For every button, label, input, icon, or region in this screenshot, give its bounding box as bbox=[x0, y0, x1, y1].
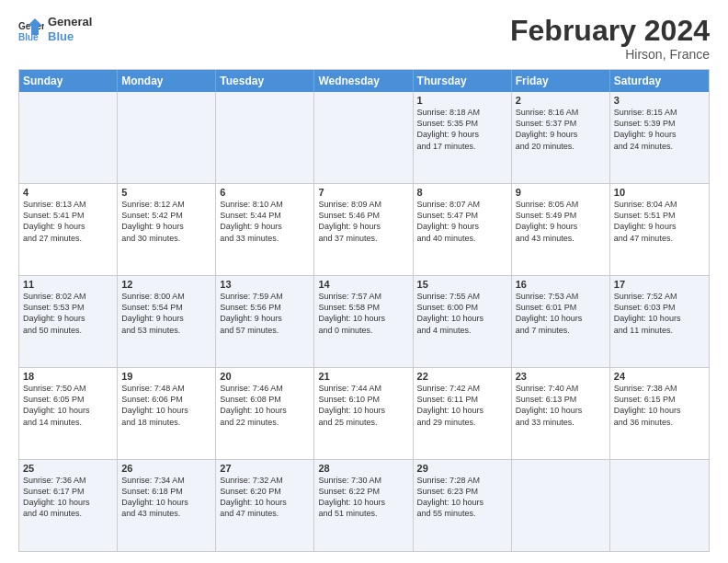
header-sunday: Sunday bbox=[19, 70, 118, 92]
cell-line: Sunrise: 8:05 AM bbox=[516, 199, 606, 210]
cell-line: and 24 minutes. bbox=[614, 141, 705, 152]
cell-line: Sunrise: 7:28 AM bbox=[417, 475, 507, 486]
calendar-cell: 21Sunrise: 7:44 AMSunset: 6:10 PMDayligh… bbox=[314, 368, 413, 459]
cell-line: and 17 minutes. bbox=[417, 141, 507, 152]
cell-line: Sunrise: 7:40 AM bbox=[516, 383, 606, 394]
day-number: 6 bbox=[220, 187, 310, 198]
calendar-cell: 25Sunrise: 7:36 AMSunset: 6:17 PMDayligh… bbox=[19, 460, 118, 551]
cell-line: and 29 minutes. bbox=[417, 417, 507, 428]
cell-line: and 51 minutes. bbox=[318, 508, 408, 519]
calendar-cell: 20Sunrise: 7:46 AMSunset: 6:08 PMDayligh… bbox=[216, 368, 314, 459]
cell-line: and 36 minutes. bbox=[614, 417, 705, 428]
calendar-cell: 29Sunrise: 7:28 AMSunset: 6:23 PMDayligh… bbox=[414, 460, 512, 551]
cell-line: Daylight: 10 hours bbox=[417, 497, 507, 508]
cell-line: Daylight: 10 hours bbox=[417, 405, 507, 416]
month-title: February 2024 bbox=[510, 15, 710, 47]
calendar-row-0: 1Sunrise: 8:18 AMSunset: 5:35 PMDaylight… bbox=[19, 92, 709, 184]
day-number: 29 bbox=[417, 463, 507, 474]
cell-line: Daylight: 10 hours bbox=[318, 405, 408, 416]
calendar-cell: 23Sunrise: 7:40 AMSunset: 6:13 PMDayligh… bbox=[512, 368, 610, 459]
calendar-cell bbox=[314, 92, 413, 183]
calendar-cell: 10Sunrise: 8:04 AMSunset: 5:51 PMDayligh… bbox=[610, 184, 709, 275]
cell-line: Sunset: 5:42 PM bbox=[121, 210, 211, 221]
cell-line: Sunset: 5:47 PM bbox=[417, 210, 507, 221]
cell-line: Sunrise: 8:02 AM bbox=[23, 291, 113, 302]
cell-line: and 47 minutes. bbox=[614, 233, 705, 244]
cell-line: Sunrise: 8:04 AM bbox=[614, 199, 705, 210]
cell-line: Daylight: 9 hours bbox=[220, 221, 310, 232]
calendar-cell: 22Sunrise: 7:42 AMSunset: 6:11 PMDayligh… bbox=[414, 368, 512, 459]
cell-line: Daylight: 10 hours bbox=[614, 405, 705, 416]
location: Hirson, France bbox=[510, 47, 710, 62]
cell-line: Sunset: 6:20 PM bbox=[220, 486, 310, 497]
cell-line: Sunset: 5:35 PM bbox=[417, 118, 507, 129]
calendar-row-2: 11Sunrise: 8:02 AMSunset: 5:53 PMDayligh… bbox=[19, 276, 709, 368]
cell-line: Sunrise: 8:00 AM bbox=[121, 291, 211, 302]
cell-line: Sunrise: 7:52 AM bbox=[614, 291, 705, 302]
cell-line: Sunset: 5:41 PM bbox=[23, 210, 113, 221]
calendar-row-4: 25Sunrise: 7:36 AMSunset: 6:17 PMDayligh… bbox=[19, 460, 709, 551]
calendar-cell: 3Sunrise: 8:15 AMSunset: 5:39 PMDaylight… bbox=[610, 92, 709, 183]
cell-line: Sunrise: 7:59 AM bbox=[220, 291, 310, 302]
cell-line: Sunrise: 7:34 AM bbox=[121, 475, 211, 486]
cell-line: Sunrise: 7:38 AM bbox=[614, 383, 705, 394]
cell-line: and 33 minutes. bbox=[516, 417, 606, 428]
day-number: 19 bbox=[121, 371, 211, 382]
cell-line: Sunset: 6:15 PM bbox=[614, 394, 705, 405]
day-number: 12 bbox=[121, 279, 211, 290]
logo: General Blue General Blue bbox=[18, 15, 92, 43]
cell-line: Sunrise: 7:48 AM bbox=[121, 383, 211, 394]
cell-line: Sunrise: 8:10 AM bbox=[220, 199, 310, 210]
cell-line: Sunrise: 7:30 AM bbox=[318, 475, 408, 486]
cell-line: Sunrise: 7:50 AM bbox=[23, 383, 113, 394]
header: General Blue General Blue February 2024 … bbox=[18, 15, 710, 62]
cell-line: Sunrise: 7:53 AM bbox=[516, 291, 606, 302]
header-wednesday: Wednesday bbox=[314, 70, 413, 92]
cell-line: Daylight: 9 hours bbox=[417, 129, 507, 140]
cell-line: and 22 minutes. bbox=[220, 417, 310, 428]
header-saturday: Saturday bbox=[610, 70, 709, 92]
cell-line: Sunset: 5:51 PM bbox=[614, 210, 705, 221]
cell-line: Sunrise: 7:57 AM bbox=[318, 291, 408, 302]
cell-line: Sunrise: 8:18 AM bbox=[417, 107, 507, 118]
cell-line: Daylight: 10 hours bbox=[220, 405, 310, 416]
calendar-row-1: 4Sunrise: 8:13 AMSunset: 5:41 PMDaylight… bbox=[19, 184, 709, 276]
cell-line: and 37 minutes. bbox=[318, 233, 408, 244]
cell-line: and 43 minutes. bbox=[516, 233, 606, 244]
calendar-cell: 6Sunrise: 8:10 AMSunset: 5:44 PMDaylight… bbox=[216, 184, 314, 275]
calendar-cell bbox=[118, 92, 216, 183]
logo-icon: General Blue bbox=[18, 17, 44, 42]
cell-line: Sunset: 5:54 PM bbox=[121, 302, 211, 313]
day-number: 10 bbox=[614, 187, 705, 198]
header-thursday: Thursday bbox=[414, 70, 512, 92]
cell-line: and 30 minutes. bbox=[121, 233, 211, 244]
cell-line: Daylight: 10 hours bbox=[23, 405, 113, 416]
day-number: 1 bbox=[417, 95, 507, 106]
cell-line: Sunset: 6:11 PM bbox=[417, 394, 507, 405]
cell-line: Sunset: 5:49 PM bbox=[516, 210, 606, 221]
header-monday: Monday bbox=[118, 70, 216, 92]
calendar-cell: 27Sunrise: 7:32 AMSunset: 6:20 PMDayligh… bbox=[216, 460, 314, 551]
calendar-cell: 9Sunrise: 8:05 AMSunset: 5:49 PMDaylight… bbox=[512, 184, 610, 275]
cell-line: Sunset: 6:03 PM bbox=[614, 302, 705, 313]
cell-line: and 53 minutes. bbox=[121, 325, 211, 336]
calendar-cell: 2Sunrise: 8:16 AMSunset: 5:37 PMDaylight… bbox=[512, 92, 610, 183]
cell-line: Sunrise: 7:44 AM bbox=[318, 383, 408, 394]
calendar-cell: 17Sunrise: 7:52 AMSunset: 6:03 PMDayligh… bbox=[610, 276, 709, 367]
calendar-cell: 18Sunrise: 7:50 AMSunset: 6:05 PMDayligh… bbox=[19, 368, 118, 459]
day-number: 21 bbox=[318, 371, 408, 382]
cell-line: and 18 minutes. bbox=[121, 417, 211, 428]
cell-line: and 40 minutes. bbox=[417, 233, 507, 244]
cell-line: Sunset: 6:17 PM bbox=[23, 486, 113, 497]
calendar-cell: 28Sunrise: 7:30 AMSunset: 6:22 PMDayligh… bbox=[314, 460, 413, 551]
cell-line: and 43 minutes. bbox=[121, 508, 211, 519]
calendar-row-3: 18Sunrise: 7:50 AMSunset: 6:05 PMDayligh… bbox=[19, 368, 709, 460]
cell-line: Daylight: 9 hours bbox=[23, 313, 113, 324]
day-number: 2 bbox=[516, 95, 606, 106]
cell-line: and 47 minutes. bbox=[220, 508, 310, 519]
cell-line: Sunrise: 8:07 AM bbox=[417, 199, 507, 210]
cell-line: Daylight: 9 hours bbox=[121, 313, 211, 324]
cell-line: Daylight: 9 hours bbox=[318, 221, 408, 232]
cell-line: Sunset: 6:05 PM bbox=[23, 394, 113, 405]
day-number: 25 bbox=[23, 463, 113, 474]
